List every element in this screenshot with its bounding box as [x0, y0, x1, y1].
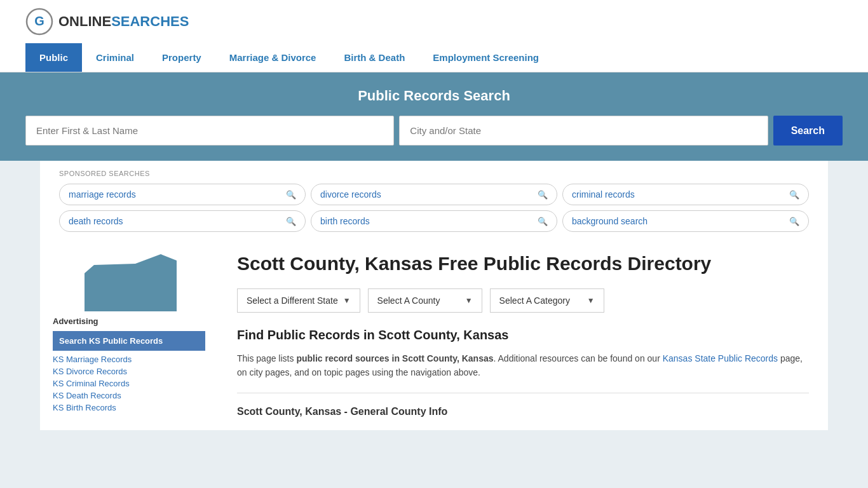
find-records-bold: public record sources in Scott County, K…	[296, 353, 493, 363]
nav-item-marriage-divorce[interactable]: Marriage & Divorce	[215, 43, 330, 72]
sidebar-link-marriage[interactable]: KS Marriage Records	[53, 355, 205, 364]
svg-text:G: G	[34, 14, 44, 28]
state-map	[78, 251, 180, 315]
logo-icon: G	[25, 8, 53, 36]
sidebar-advertising-label: Advertising	[53, 316, 205, 326]
nav-item-property[interactable]: Property	[148, 43, 215, 72]
header: G ONLINESEARCHES	[0, 0, 868, 43]
search-icon-6: 🔍	[789, 217, 799, 226]
nav-item-public[interactable]: Public	[25, 43, 82, 72]
main-nav: Public Criminal Property Marriage & Divo…	[0, 43, 868, 72]
nav-item-birth-death[interactable]: Birth & Death	[330, 43, 419, 72]
county-dropdown-label: Select A County	[377, 295, 440, 306]
nav-item-criminal[interactable]: Criminal	[82, 43, 148, 72]
sponsored-section: SPONSORED SEARCHES marriage records 🔍 di…	[40, 161, 828, 238]
category-dropdown-label: Select A Category	[499, 295, 570, 306]
category-dropdown-arrow: ▼	[587, 296, 595, 305]
state-dropdown-arrow: ▼	[343, 296, 351, 305]
location-input[interactable]	[399, 116, 768, 146]
kansas-state-link[interactable]: Kansas State Public Records	[663, 353, 778, 363]
sidebar-link-criminal[interactable]: KS Criminal Records	[53, 379, 205, 388]
tag-divorce-records[interactable]: divorce records 🔍	[311, 184, 557, 205]
county-dropdown-arrow: ▼	[465, 296, 473, 305]
svg-marker-2	[85, 254, 177, 311]
county-dropdown[interactable]: Select A County ▼	[368, 288, 482, 313]
search-form: Search	[25, 116, 843, 146]
content-layout: Advertising Search KS Public Records KS …	[40, 238, 828, 430]
nav-item-employment[interactable]: Employment Screening	[419, 43, 553, 72]
search-icon-3: 🔍	[789, 190, 799, 200]
find-records-text-after: . Additional resources can be found on o…	[494, 353, 663, 363]
search-icon-4: 🔍	[286, 217, 296, 226]
find-records-text: This page lists public record sources in…	[237, 351, 809, 380]
page-title: Scott County, Kansas Free Public Records…	[237, 251, 809, 276]
sidebar-link-birth[interactable]: KS Birth Records	[53, 403, 205, 412]
section-divider	[237, 393, 809, 393]
sidebar-search-ks[interactable]: Search KS Public Records	[53, 331, 205, 351]
name-input[interactable]	[25, 116, 394, 146]
dropdowns-row: Select a Different State ▼ Select A Coun…	[237, 288, 809, 313]
find-records-title: Find Public Records in Scott County, Kan…	[237, 328, 809, 342]
state-dropdown[interactable]: Select a Different State ▼	[237, 288, 360, 313]
tag-marriage-records[interactable]: marriage records 🔍	[59, 184, 306, 205]
search-icon-1: 🔍	[286, 190, 296, 200]
category-dropdown[interactable]: Select A Category ▼	[490, 288, 604, 313]
state-dropdown-label: Select a Different State	[247, 295, 338, 306]
main-content: Scott County, Kansas Free Public Records…	[218, 238, 828, 430]
search-icon-2: 🔍	[538, 190, 548, 200]
search-banner-title: Public Records Search	[25, 88, 843, 104]
sidebar-link-death[interactable]: KS Death Records	[53, 391, 205, 400]
tag-background-search[interactable]: background search 🔍	[562, 210, 809, 232]
search-icon-5: 🔍	[538, 217, 548, 226]
logo-text: ONLINESEARCHES	[58, 13, 189, 30]
search-tags: marriage records 🔍 divorce records 🔍 cri…	[59, 184, 809, 232]
main-container: SPONSORED SEARCHES marriage records 🔍 di…	[40, 161, 828, 430]
find-records-text-before: This page lists	[237, 353, 296, 363]
tag-death-records[interactable]: death records 🔍	[59, 210, 306, 232]
sidebar: Advertising Search KS Public Records KS …	[40, 238, 218, 430]
tag-birth-records[interactable]: birth records 🔍	[311, 210, 557, 232]
sponsored-label: SPONSORED SEARCHES	[59, 170, 809, 177]
county-info-title: Scott County, Kansas - General County In…	[237, 406, 809, 417]
logo[interactable]: G ONLINESEARCHES	[25, 8, 189, 36]
sidebar-link-divorce[interactable]: KS Divorce Records	[53, 367, 205, 376]
tag-criminal-records[interactable]: criminal records 🔍	[562, 184, 809, 205]
search-button[interactable]: Search	[773, 116, 843, 146]
search-banner: Public Records Search Search	[0, 72, 868, 161]
